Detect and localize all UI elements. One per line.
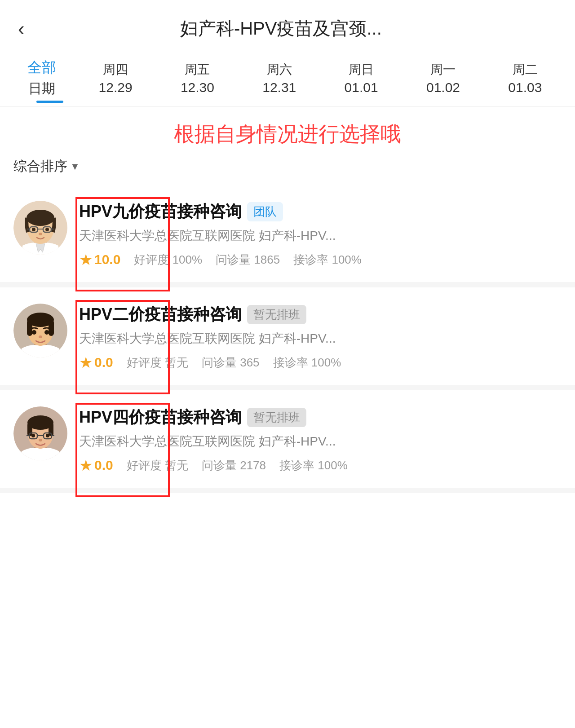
doctor-2-name: HPV二价疫苗接种咨询: [79, 304, 242, 326]
tab-fri-weekday: 周五: [156, 61, 238, 78]
doctor-1-info: HPV九价疫苗接种咨询 团队 天津医科大学总医院互联网医院 妇产科-HPV...…: [79, 201, 562, 269]
subtitle-text: 根据自身情况进行选择哦: [9, 120, 566, 148]
doctor-card-3-top: HPV四价疫苗接种咨询 暂无排班 天津医科大学总医院互联网医院 妇产科-HPV.…: [13, 406, 562, 474]
tab-sun-weekday: 周日: [320, 61, 402, 78]
tab-underline-row: [9, 101, 566, 106]
tab-sat-weekday: 周六: [239, 61, 320, 78]
doctor-card-2[interactable]: HPV二价疫苗接种咨询 暂无排班 天津医科大学总医院互联网医院 妇产科-HPV.…: [0, 287, 575, 390]
doctor-2-name-row: HPV二价疫苗接种咨询 暂无排班: [79, 304, 562, 326]
tab-mon-weekday: 周一: [402, 61, 484, 78]
tab-thu-weekday: 周四: [75, 61, 156, 78]
doctor-3-tag: 暂无排班: [247, 408, 306, 427]
doctor-2-rating-num: 0.0: [94, 355, 113, 370]
doctor-1-accept: 接诊率 100%: [293, 252, 362, 268]
star-icon-3: ★: [79, 456, 93, 474]
doctor-1-tag: 团队: [247, 202, 283, 221]
doctor-card-1-top: HPV九价疫苗接种咨询 团队 天津医科大学总医院互联网医院 妇产科-HPV...…: [13, 201, 562, 269]
doctor-3-name: HPV四价疫苗接种咨询: [79, 406, 242, 428]
doctor-1-hospital: 天津医科大学总医院互联网医院 妇产科-HPV...: [79, 227, 562, 244]
doctor-3-good-rate: 好评度 暂无: [127, 458, 188, 473]
doctor-1-avatar: [13, 201, 67, 255]
tab-sat-date: 12.31: [239, 80, 320, 95]
header: ‹ 妇产科-HPV疫苗及宫颈...: [0, 0, 575, 50]
tab-all[interactable]: 全部 日期: [9, 50, 75, 101]
doctor-1-name: HPV九价疫苗接种咨询: [79, 201, 242, 223]
subtitle-banner: 根据自身情况进行选择哦: [0, 107, 575, 153]
date-tabs-container: 全部 日期 周四 12.29 周五 12.30 周六 12.31 周日 01.0…: [0, 50, 575, 107]
tab-mon[interactable]: 周一 01.02: [402, 53, 484, 98]
sort-label: 综合排序: [13, 157, 67, 176]
tab-sun-date: 01.01: [320, 80, 402, 95]
star-icon-2: ★: [79, 353, 93, 371]
tab-tue-date: 01.03: [484, 80, 566, 95]
back-button[interactable]: ‹: [18, 19, 25, 39]
tab-tue-weekday: 周二: [484, 61, 566, 78]
doctor-1-stats: ★ 10.0 好评度 100% 问诊量 1865 接诊率 100%: [79, 251, 562, 269]
tab-all-underline-wrapper: [18, 101, 81, 106]
doctor-1-consult: 问诊量 1865: [216, 252, 280, 268]
doctor-card-1[interactable]: HPV九价疫苗接种咨询 团队 天津医科大学总医院互联网医院 妇产科-HPV...…: [0, 185, 575, 287]
doctor-list: HPV九价疫苗接种咨询 团队 天津医科大学总医院互联网医院 妇产科-HPV...…: [0, 185, 575, 493]
doctor-card-3[interactable]: HPV四价疫苗接种咨询 暂无排班 天津医科大学总医院互联网医院 妇产科-HPV.…: [0, 390, 575, 493]
svg-point-10: [45, 228, 49, 231]
page-title: 妇产科-HPV疫苗及宫颈...: [25, 16, 537, 41]
sort-button[interactable]: 综合排序 ▼: [13, 157, 80, 176]
tab-sat[interactable]: 周六 12.31: [239, 53, 320, 98]
tab-thu[interactable]: 周四 12.29: [75, 53, 156, 98]
doctor-2-stats: ★ 0.0 好评度 暂无 问诊量 365 接诊率 100%: [79, 353, 562, 371]
tab-all-label: 全部: [9, 58, 75, 78]
doctor-3-name-row: HPV四价疫苗接种咨询 暂无排班: [79, 406, 562, 428]
tab-fri-date: 12.30: [156, 80, 238, 95]
doctor-3-consult: 问诊量 2178: [202, 458, 266, 473]
tab-thu-date: 12.29: [75, 80, 156, 95]
date-tabs-row: 全部 日期 周四 12.29 周五 12.30 周六 12.31 周日 01.0…: [9, 50, 566, 101]
doctor-3-info: HPV四价疫苗接种咨询 暂无排班 天津医科大学总医院互联网医院 妇产科-HPV.…: [79, 406, 562, 474]
doctor-2-hospital: 天津医科大学总医院互联网医院 妇产科-HPV...: [79, 330, 562, 347]
doctor-2-consult: 问诊量 365: [202, 355, 260, 371]
doctor-3-rating-num: 0.0: [94, 458, 113, 473]
tab-mon-date: 01.02: [402, 80, 484, 95]
tab-fri[interactable]: 周五 12.30: [156, 53, 238, 98]
doctor-3-stats: ★ 0.0 好评度 暂无 问诊量 2178 接诊率 100%: [79, 456, 562, 474]
tab-all-date: 日期: [9, 79, 75, 98]
svg-point-9: [32, 228, 35, 231]
doctor-3-accept: 接诊率 100%: [279, 458, 348, 473]
svg-point-32: [31, 434, 35, 437]
tab-all-underline: [36, 101, 63, 103]
svg-point-33: [46, 434, 49, 437]
doctor-2-rating: ★ 0.0: [79, 353, 113, 371]
sort-bar: 综合排序 ▼: [0, 153, 575, 185]
tab-sun[interactable]: 周日 01.01: [320, 53, 402, 98]
svg-point-20: [39, 335, 42, 338]
tab-tue[interactable]: 周二 01.03: [484, 53, 566, 98]
star-icon-1: ★: [79, 251, 93, 269]
svg-point-34: [39, 439, 42, 441]
doctor-2-avatar: [13, 304, 67, 357]
svg-point-3: [27, 210, 54, 226]
doctor-1-rating: ★ 10.0: [79, 251, 120, 269]
svg-point-18: [32, 330, 36, 335]
doctor-2-accept: 接诊率 100%: [273, 355, 341, 371]
svg-point-19: [44, 330, 49, 335]
doctor-card-2-top: HPV二价疫苗接种咨询 暂无排班 天津医科大学总医院互联网医院 妇产科-HPV.…: [13, 304, 562, 371]
doctor-1-rating-num: 10.0: [94, 252, 120, 267]
doctor-2-good-rate: 好评度 暂无: [127, 355, 188, 371]
doctor-3-rating: ★ 0.0: [79, 456, 113, 474]
svg-point-11: [39, 233, 42, 235]
doctor-1-name-row: HPV九价疫苗接种咨询 团队: [79, 201, 562, 223]
doctor-2-info: HPV二价疫苗接种咨询 暂无排班 天津医科大学总医院互联网医院 妇产科-HPV.…: [79, 304, 562, 371]
sort-arrow-icon: ▼: [70, 161, 80, 172]
doctor-3-avatar: [13, 406, 67, 460]
doctor-2-tag: 暂无排班: [247, 305, 306, 324]
doctor-3-hospital: 天津医科大学总医院互联网医院 妇产科-HPV...: [79, 433, 562, 450]
doctor-1-good-rate: 好评度 100%: [134, 252, 202, 268]
